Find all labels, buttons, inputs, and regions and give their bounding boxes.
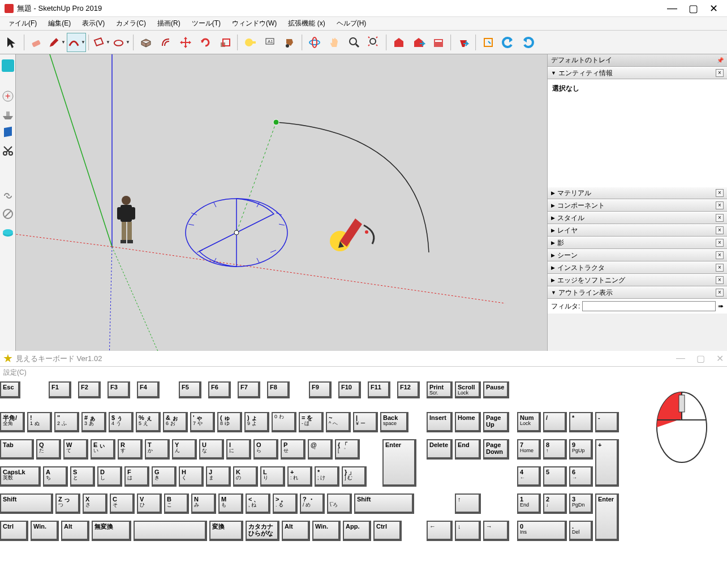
key-a1[interactable]: Sと xyxy=(70,466,95,487)
offset-tool[interactable] xyxy=(156,33,175,52)
lt-ship-icon[interactable] xyxy=(1,108,15,121)
key-a11[interactable]: } 」] む xyxy=(342,466,367,487)
key-z5[interactable]: Nみ xyxy=(191,493,216,514)
key-num10[interactable]: 0 わ xyxy=(272,412,296,432)
key-f5[interactable]: F5 xyxy=(179,381,201,398)
key-np4-2[interactable]: 3PgDn xyxy=(569,493,593,514)
key-arrow1[interactable]: ↓ xyxy=(455,521,481,541)
key-a0[interactable]: Aち xyxy=(43,466,68,487)
lt-scissors-icon[interactable] xyxy=(1,144,15,157)
kb-menu[interactable]: 設定(C) xyxy=(0,367,727,379)
key-z10[interactable]: _\ ろ xyxy=(327,493,352,514)
key-num2[interactable]: "2 ふ xyxy=(54,412,79,432)
lt-book-icon[interactable] xyxy=(1,126,15,139)
key-q2[interactable]: E ぃい xyxy=(91,439,115,460)
pin-icon[interactable]: 📌 xyxy=(717,57,724,63)
key-f7[interactable]: F7 xyxy=(238,381,260,398)
key-f8[interactable]: F8 xyxy=(267,381,290,398)
key-b3[interactable]: 無変換 xyxy=(92,521,131,541)
key-backspace[interactable]: Backspace xyxy=(380,412,408,432)
close-icon[interactable]: × xyxy=(716,201,724,209)
paint-tool[interactable] xyxy=(280,33,299,52)
menu-file[interactable]: ァイル(F) xyxy=(2,18,42,29)
key-np1-1[interactable]: / xyxy=(543,412,567,432)
menu-camera[interactable]: カメラ(C) xyxy=(110,18,152,29)
key-np2-2[interactable]: 9PgUp xyxy=(569,439,593,460)
key-np1-0[interactable]: NumLock xyxy=(517,412,541,432)
key-f11[interactable]: F11 xyxy=(368,381,390,398)
undo-tool[interactable] xyxy=(498,33,518,52)
kb-close-button[interactable]: ✕ xyxy=(716,353,724,364)
key-z1[interactable]: Xさ xyxy=(83,493,107,514)
key-fr0[interactable]: PrintScr. xyxy=(427,381,453,398)
warehouse-send-tool[interactable] xyxy=(409,33,428,52)
key-z2[interactable]: Cそ xyxy=(110,493,135,514)
redo-tool[interactable] xyxy=(518,33,537,52)
minimize-button[interactable]: — xyxy=(667,2,677,15)
key-f12[interactable]: F12 xyxy=(397,381,420,398)
key-num1[interactable]: !1 ぬ xyxy=(27,412,52,432)
menu-ext[interactable]: 拡張機能 (x) xyxy=(282,18,330,29)
panel-scenes[interactable]: ▶シーン× xyxy=(548,249,727,261)
kb-minimize-button[interactable]: — xyxy=(676,353,685,364)
key-f2[interactable]: F2 xyxy=(78,381,101,398)
panel-shadows[interactable]: ▶影× xyxy=(548,237,727,249)
key-z3[interactable]: Vひ xyxy=(137,493,162,514)
key-np-plus[interactable]: + xyxy=(595,439,619,487)
key-num4[interactable]: $ ぅ4 う xyxy=(109,412,134,432)
tray-title[interactable]: デフォルトのトレイ 📌 xyxy=(548,54,727,67)
key-b7[interactable]: Alt xyxy=(282,521,310,541)
key-q8[interactable]: Oら xyxy=(253,439,278,460)
close-icon[interactable]: × xyxy=(716,239,724,247)
key-b8[interactable]: Win. xyxy=(312,521,341,541)
key-f6[interactable]: F6 xyxy=(208,381,231,398)
key-q5[interactable]: Yん xyxy=(172,439,197,460)
key-up[interactable]: ↑ xyxy=(455,493,481,514)
kb-menu-settings[interactable]: 設定(C) xyxy=(3,368,27,376)
key-a4[interactable]: Gき xyxy=(152,466,177,487)
zoom-tool[interactable] xyxy=(345,33,364,52)
key-f4[interactable]: F4 xyxy=(137,381,160,398)
key-a3[interactable]: Fは xyxy=(124,466,149,487)
key-q4[interactable]: Tか xyxy=(145,439,170,460)
filter-input[interactable] xyxy=(582,301,716,311)
tape-tool[interactable] xyxy=(240,33,260,52)
key-b6[interactable]: カタカナ ひらがな xyxy=(246,521,279,541)
key-np1-2[interactable]: * xyxy=(569,412,593,432)
key-a10[interactable]: *; け xyxy=(315,466,339,487)
key-arrow0[interactable]: ← xyxy=(427,521,453,541)
key-np4-1[interactable]: 2↓ xyxy=(543,493,567,514)
key-a8[interactable]: Lり xyxy=(260,466,285,487)
key-arrow2[interactable]: → xyxy=(483,521,509,541)
key-f9[interactable]: F9 xyxy=(309,381,332,398)
key-b4[interactable] xyxy=(134,521,207,541)
panel-styles[interactable]: ▶スタイル× xyxy=(548,212,727,224)
menu-help[interactable]: ヘルプ(H) xyxy=(331,18,372,29)
lt-add-icon[interactable]: + xyxy=(1,89,15,103)
key-num8[interactable]: ( ゅ8 ゆ xyxy=(217,412,242,432)
key-np2-1[interactable]: 8↑ xyxy=(543,439,567,460)
key-shift-r[interactable]: Shift xyxy=(354,493,414,514)
key-capslock[interactable]: CapsLk英数 xyxy=(0,466,41,487)
eraser-tool[interactable] xyxy=(27,33,46,52)
key-nav1-1[interactable]: Home xyxy=(455,412,481,432)
key-b9[interactable]: App. xyxy=(343,521,371,541)
kb-maximize-button[interactable]: ▢ xyxy=(696,353,705,364)
key-np-enter[interactable]: Enter xyxy=(595,493,619,541)
key-num9[interactable]: ) ょ9 よ xyxy=(244,412,269,432)
key-b0[interactable]: Ctrl xyxy=(0,521,28,541)
key-num7[interactable]: ' ゃ7 や xyxy=(190,412,215,432)
lt-sky-icon[interactable] xyxy=(1,59,15,72)
key-hankaku[interactable]: 半角/全角 xyxy=(0,412,25,432)
key-np3-0[interactable]: 4← xyxy=(517,466,541,487)
key-q11[interactable]: { 「[ ゜ xyxy=(335,439,360,460)
key-num5[interactable]: % ぇ5 え xyxy=(136,412,161,432)
key-np3-1[interactable]: 5 xyxy=(543,466,567,487)
key-q10[interactable]: @゛ xyxy=(308,439,333,460)
key-z6[interactable]: Mも xyxy=(218,493,243,514)
menu-view[interactable]: 表示(V) xyxy=(76,18,110,29)
key-a7[interactable]: Kの xyxy=(233,466,258,487)
key-enter[interactable]: Enter xyxy=(382,439,416,487)
key-num11[interactable]: = を- ほ xyxy=(299,412,324,432)
key-z4[interactable]: Bこ xyxy=(164,493,189,514)
